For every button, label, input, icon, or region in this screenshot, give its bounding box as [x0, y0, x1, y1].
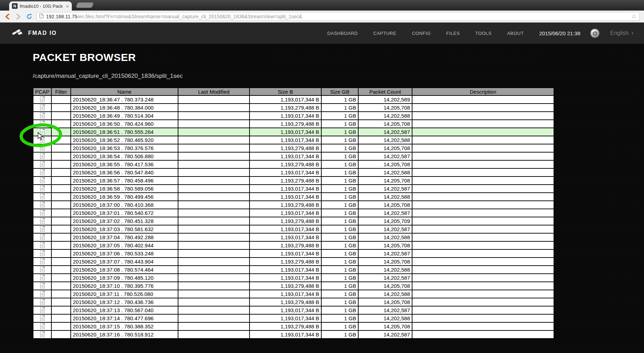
pcap-file-icon[interactable] [40, 283, 45, 289]
pcap-file-icon[interactable] [40, 193, 45, 199]
name-cell[interactable]: 20150620_18:37:16 . 780.518.912 [71, 330, 178, 339]
name-cell[interactable]: 20150620_18:37:03 . 780.581.632 [71, 225, 178, 233]
name-cell[interactable]: 20150620_18:36:55 . 780.417.536 [71, 160, 178, 168]
pcap-cell[interactable] [33, 104, 51, 112]
name-cell[interactable]: 20150620_18:36:52 . 780.465.920 [71, 136, 178, 144]
name-cell[interactable]: 20150620_18:36:58 . 780.589.056 [71, 185, 178, 193]
brand[interactable]: FMAD IO [11, 28, 57, 38]
pcap-file-icon[interactable] [40, 120, 45, 126]
name-cell[interactable]: 20150620_18:36:47 . 780.373.248 [71, 95, 178, 104]
name-cell[interactable]: 20150620_18:36:48 . 780.384.000 [71, 104, 178, 112]
pcap-cell[interactable] [33, 322, 51, 330]
pcap-cell[interactable] [33, 330, 51, 339]
name-cell[interactable]: 20150620_18:37:06 . 780.533.248 [71, 249, 178, 258]
pcap-cell[interactable] [33, 274, 51, 282]
table-row[interactable]: 20150620_18:37:10 . 780.395.7761,193,279… [33, 282, 554, 290]
name-cell[interactable]: 20150620_18:36:54 . 780.506.880 [71, 152, 178, 160]
name-cell[interactable]: 20150620_18:36:51 . 780.555.264 [71, 128, 178, 136]
pcap-file-icon[interactable] [40, 250, 45, 256]
back-icon[interactable] [4, 13, 11, 20]
table-row[interactable]: 20150620_18:37:01 . 780.540.6721,193,017… [33, 209, 554, 217]
pcap-file-icon[interactable] [40, 218, 45, 224]
pcap-file-icon[interactable] [40, 137, 45, 143]
reload-icon[interactable] [25, 13, 33, 20]
pcap-cell[interactable] [33, 144, 51, 152]
pcap-cell[interactable] [33, 95, 51, 104]
nav-link-config[interactable]: CONFIG [412, 31, 431, 36]
pcap-file-icon[interactable] [40, 307, 45, 313]
table-row[interactable]: 20150620_18:36:57 . 780.458.4961,193,279… [33, 176, 554, 185]
nav-link-capture[interactable]: CAPTURE [373, 31, 397, 36]
table-row[interactable]: 20150620_18:36:51 . 780.555.2641,193,017… [33, 128, 554, 136]
pcap-cell[interactable] [33, 217, 51, 225]
pcap-cell[interactable] [33, 314, 51, 322]
pcap-cell[interactable] [33, 160, 51, 168]
table-row[interactable]: 20150620_18:37:11 . 780.526.0801,193,017… [33, 290, 554, 298]
table-row[interactable]: 20150620_18:36:59 . 780.499.4561,193,017… [33, 193, 554, 201]
table-row[interactable]: 20150620_18:37:04 . 780.492.2881,193,017… [33, 233, 554, 241]
table-row[interactable]: 20150620_18:37:16 . 780.518.9121,193,017… [33, 330, 554, 339]
table-row[interactable]: 20150620_18:37:03 . 780.581.6321,193,017… [33, 225, 554, 233]
pcap-cell[interactable] [33, 176, 51, 185]
name-cell[interactable]: 20150620_18:37:11 . 780.526.080 [71, 290, 178, 298]
power-button[interactable] [590, 29, 600, 38]
name-cell[interactable]: 20150620_18:37:05 . 780.402.944 [71, 241, 178, 249]
name-cell[interactable]: 20150620_18:36:56 . 780.547.840 [71, 168, 178, 176]
pcap-file-icon[interactable] [40, 177, 45, 183]
name-cell[interactable]: 20150620_18:36:53 . 780.376.576 [71, 144, 178, 152]
nav-link-files[interactable]: FILES [446, 31, 460, 36]
table-row[interactable]: 20150620_18:37:13 . 780.567.0401,193,017… [33, 306, 554, 314]
pcap-file-icon[interactable] [40, 129, 45, 135]
pcap-file-icon[interactable] [40, 331, 45, 337]
pcap-cell[interactable] [33, 282, 51, 290]
pcap-cell[interactable] [33, 241, 51, 249]
name-cell[interactable]: 20150620_18:36:50 . 780.424.960 [71, 120, 178, 128]
pcap-cell[interactable] [33, 152, 51, 160]
column-header-packet-count[interactable]: Packet Count [358, 88, 412, 95]
pcap-cell[interactable] [33, 249, 51, 258]
forward-icon[interactable] [14, 13, 22, 20]
pcap-file-icon[interactable] [40, 145, 45, 151]
column-header-pcap[interactable]: PCAP [33, 88, 51, 95]
name-cell[interactable]: 20150620_18:37:02 . 780.451.328 [71, 217, 178, 225]
pcap-cell[interactable] [33, 112, 51, 120]
name-cell[interactable]: 20150620_18:37:10 . 780.395.776 [71, 282, 178, 290]
pcap-cell[interactable] [33, 298, 51, 306]
table-row[interactable]: 20150620_18:37:15 . 780.388.3521,193,279… [33, 322, 554, 330]
new-tab-button[interactable] [76, 2, 94, 8]
name-cell[interactable]: 20150620_18:37:12 . 780.436.736 [71, 298, 178, 306]
table-row[interactable]: 20150620_18:37:07 . 780.443.9041,193,279… [33, 258, 554, 266]
pcap-cell[interactable] [33, 258, 51, 266]
column-header-last-modified[interactable]: Last Modified [178, 88, 250, 95]
column-header-filter[interactable]: Filter [51, 88, 71, 95]
name-cell[interactable]: 20150620_18:37:13 . 780.567.040 [71, 306, 178, 314]
pcap-file-icon[interactable] [40, 266, 45, 272]
pcap-cell[interactable] [33, 233, 51, 241]
pcap-file-icon[interactable] [40, 258, 45, 264]
pcap-cell[interactable] [33, 120, 51, 128]
nav-link-about[interactable]: ABOUT [507, 31, 524, 36]
name-cell[interactable]: 20150620_18:37:14 . 780.477.696 [71, 314, 178, 322]
table-row[interactable]: 20150620_18:36:48 . 780.384.0001,193,279… [33, 104, 554, 112]
url-bar[interactable]: 192.168.11.75/en.files.html?Fn=stime&Str… [36, 12, 640, 21]
pcap-cell[interactable] [33, 209, 51, 217]
name-cell[interactable]: 20150620_18:37:08 . 780.574.464 [71, 266, 178, 274]
name-cell[interactable]: 20150620_18:37:07 . 780.443.904 [71, 258, 178, 266]
pcap-file-icon[interactable] [40, 169, 45, 175]
table-row[interactable]: 20150620_18:36:47 . 780.373.2481,193,017… [33, 95, 554, 104]
pcap-cell[interactable] [33, 185, 51, 193]
table-row[interactable]: 20150620_18:37:09 . 780.485.1201,193,017… [33, 274, 554, 282]
pcap-cell[interactable] [33, 128, 51, 136]
column-header-description[interactable]: Description [412, 88, 554, 95]
pcap-cell[interactable] [33, 266, 51, 274]
pcap-file-icon[interactable] [40, 96, 45, 102]
name-cell[interactable]: 20150620_18:36:59 . 780.499.456 [71, 193, 178, 201]
pcap-file-icon[interactable] [40, 202, 45, 208]
column-header-size-b[interactable]: Size B [250, 88, 321, 95]
name-cell[interactable]: 20150620_18:37:09 . 780.485.120 [71, 274, 178, 282]
name-cell[interactable]: 20150620_18:37:01 . 780.540.672 [71, 209, 178, 217]
table-row[interactable]: 20150620_18:37:08 . 780.574.4641,193,017… [33, 266, 554, 274]
nav-link-tools[interactable]: TOOLS [475, 31, 492, 36]
table-row[interactable]: 20150620_18:36:54 . 780.506.8801,193,017… [33, 152, 554, 160]
pcap-cell[interactable] [33, 225, 51, 233]
